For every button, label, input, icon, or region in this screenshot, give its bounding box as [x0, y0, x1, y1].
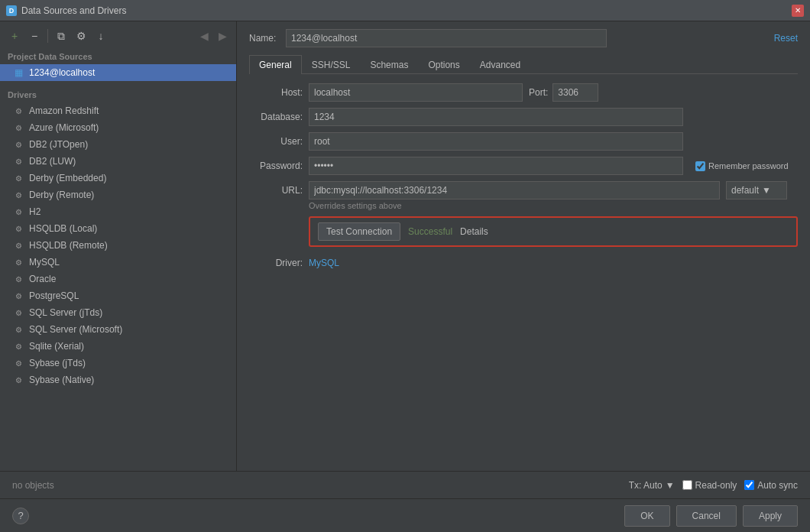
tx-auto[interactable]: Tx: Auto ▼: [629, 480, 675, 491]
driver-icon: ⚙: [12, 307, 24, 319]
driver-item[interactable]: ⚙MySQL: [0, 254, 236, 271]
name-input[interactable]: [286, 29, 607, 47]
driver-row: Driver: MySQL: [249, 258, 798, 268]
password-row: Password: Remember password: [249, 157, 798, 175]
port-input[interactable]: [552, 83, 598, 102]
autosync-row: Auto sync: [744, 480, 798, 491]
tab-sshssl[interactable]: SSH/SSL: [302, 55, 361, 74]
host-input[interactable]: [309, 83, 523, 102]
title-bar: D Data Sources and Drivers ✕: [0, 0, 810, 21]
settings-button[interactable]: ⚙: [73, 28, 89, 44]
tab-options[interactable]: Options: [418, 55, 469, 74]
driver-item[interactable]: ⚙H2: [0, 203, 236, 220]
url-row: URL: default ▼: [249, 181, 798, 200]
tab-schemas[interactable]: Schemas: [360, 55, 418, 74]
driver-item[interactable]: ⚙Sybase (jTds): [0, 355, 236, 371]
tab-general[interactable]: General: [249, 55, 302, 74]
remember-checkbox[interactable]: [695, 161, 705, 171]
ok-button[interactable]: OK: [624, 505, 669, 527]
autosync-label: Auto sync: [757, 480, 798, 491]
apply-button[interactable]: Apply: [743, 505, 798, 527]
driver-item[interactable]: ⚙Sqlite (Xerial): [0, 338, 236, 355]
driver-item[interactable]: ⚙SQL Server (Microsoft): [0, 321, 236, 338]
datasource-icon: ▦: [12, 66, 24, 79]
import-button[interactable]: ↓: [92, 28, 109, 44]
driver-label: Driver:: [249, 258, 303, 268]
driver-name: SQL Server (jTds): [29, 307, 102, 318]
driver-name: Azure (Microsoft): [29, 122, 99, 133]
driver-icon: ⚙: [12, 105, 24, 117]
user-input[interactable]: [309, 132, 683, 151]
driver-name: Sqlite (Xerial): [29, 341, 84, 352]
tx-label: Tx: Auto: [629, 480, 663, 491]
project-sources-label: Project Data Sources: [0, 49, 236, 64]
driver-icon: ⚙: [12, 273, 24, 285]
driver-item[interactable]: ⚙Derby (Remote): [0, 187, 236, 203]
test-success-label: Successful: [408, 226, 452, 237]
driver-name: MySQL: [29, 257, 60, 268]
help-button[interactable]: ?: [12, 508, 29, 524]
driver-item[interactable]: ⚙Derby (Embedded): [0, 170, 236, 187]
dropdown-arrow-icon: ▼: [762, 185, 771, 196]
nav-back-button[interactable]: ◀: [196, 28, 212, 44]
tab-advanced[interactable]: Advanced: [470, 55, 530, 74]
driver-item[interactable]: ⚙DB2 (JTOpen): [0, 136, 236, 153]
driver-item[interactable]: ⚙Azure (Microsoft): [0, 119, 236, 136]
close-button[interactable]: ✕: [792, 5, 804, 17]
test-details-link[interactable]: Details: [460, 226, 488, 237]
driver-icon: ⚙: [12, 206, 24, 218]
reset-link[interactable]: Reset: [774, 33, 798, 44]
driver-icon: ⚙: [12, 374, 24, 386]
database-label: Database:: [249, 112, 303, 122]
nav-forward-button[interactable]: ▶: [215, 28, 230, 44]
driver-item[interactable]: ⚙DB2 (LUW): [0, 153, 236, 170]
url-input[interactable]: [309, 181, 720, 200]
driver-name: Sybase (jTds): [29, 358, 86, 368]
driver-item[interactable]: ⚙HSQLDB (Local): [0, 220, 236, 237]
port-label: Port:: [529, 87, 548, 98]
driver-icon: ⚙: [12, 189, 24, 201]
database-input[interactable]: [309, 108, 683, 126]
test-connection-button[interactable]: Test Connection: [318, 222, 400, 241]
driver-icon: ⚙: [12, 323, 24, 336]
test-connection-box: Test Connection Successful Details: [309, 216, 798, 247]
driver-icon: ⚙: [12, 155, 24, 167]
readonly-row: Read-only: [682, 480, 737, 491]
left-toolbar: + − ⧉ ⚙ ↓ ◀ ▶: [0, 26, 236, 49]
cancel-button[interactable]: Cancel: [676, 505, 737, 527]
driver-icon: ⚙: [12, 122, 24, 134]
drivers-section: Drivers ⚙Amazon Redshift⚙Azure (Microsof…: [0, 87, 236, 466]
autosync-checkbox[interactable]: [744, 480, 754, 490]
driver-link[interactable]: MySQL: [309, 258, 339, 268]
driver-item[interactable]: ⚙SQL Server (jTds): [0, 304, 236, 321]
driver-name: HSQLDB (Remote): [29, 240, 108, 251]
driver-icon: ⚙: [12, 256, 24, 268]
toolbar-separator: [47, 29, 48, 43]
driver-item[interactable]: ⚙Sybase (Native): [0, 371, 236, 388]
readonly-checkbox[interactable]: [682, 480, 692, 490]
url-dropdown[interactable]: default ▼: [726, 181, 787, 200]
driver-icon: ⚙: [12, 290, 24, 302]
url-label: URL:: [249, 185, 303, 196]
driver-item[interactable]: ⚙Oracle: [0, 271, 236, 287]
footer-bar: ? OK Cancel Apply: [0, 498, 810, 532]
name-row: Name: Reset: [249, 29, 798, 47]
driver-name: SQL Server (Microsoft): [29, 324, 122, 335]
remove-button[interactable]: −: [26, 28, 43, 44]
driver-icon: ⚙: [12, 172, 24, 184]
password-label: Password:: [249, 161, 303, 171]
duplicate-button[interactable]: ⧉: [53, 28, 70, 44]
driver-name: Oracle: [29, 274, 56, 284]
port-row: Port:: [529, 83, 598, 102]
driver-item[interactable]: ⚙PostgreSQL: [0, 287, 236, 304]
drivers-label: Drivers: [0, 87, 236, 102]
database-row: Database:: [249, 108, 798, 126]
add-button[interactable]: +: [6, 28, 23, 44]
window-title: Data Sources and Drivers: [21, 5, 126, 16]
password-input[interactable]: [309, 157, 683, 175]
driver-item[interactable]: ⚙HSQLDB (Remote): [0, 237, 236, 254]
no-objects-label: no objects: [12, 480, 54, 491]
driver-item[interactable]: ⚙Amazon Redshift: [0, 102, 236, 119]
user-row: User:: [249, 132, 798, 151]
datasource-item-selected[interactable]: ▦ 1234@localhost: [0, 64, 236, 81]
